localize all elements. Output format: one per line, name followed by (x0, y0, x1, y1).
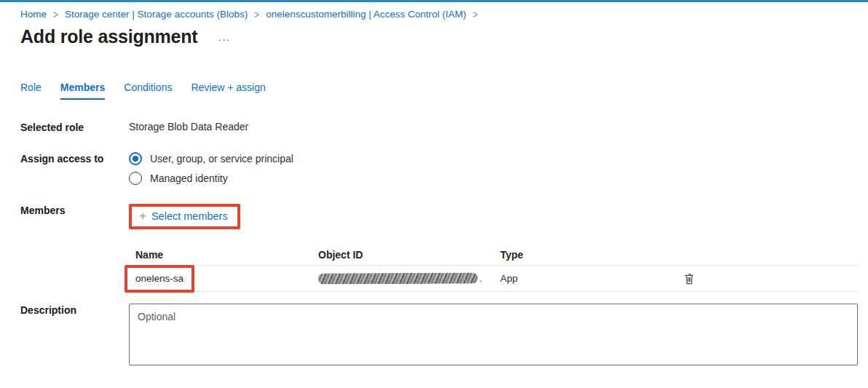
column-header-type: Type (494, 249, 671, 261)
chevron-right-icon: > (53, 8, 58, 21)
assign-access-label: Assign access to (20, 152, 129, 191)
assign-access-row: Assign access to User, group, or service… (20, 152, 858, 191)
chevron-right-icon: > (254, 8, 259, 21)
title-row: Add role assignment ··· (20, 26, 858, 47)
members-table-header: Name Object ID Type (129, 244, 858, 266)
breadcrumb: Home > Storage center | Storage accounts… (20, 9, 858, 20)
members-table: Name Object ID Type onelens-sa . App (129, 244, 858, 292)
select-members-label: Select members (151, 210, 228, 222)
chevron-right-icon: > (473, 8, 478, 21)
member-name-cell: onelens-sa (129, 273, 312, 284)
radio-selected-icon[interactable] (129, 152, 142, 165)
members-row: Members + Select members (20, 204, 858, 229)
description-label: Description (20, 304, 129, 368)
member-object-id-cell: . (312, 273, 494, 284)
column-header-object-id: Object ID (312, 249, 494, 261)
members-label: Members (20, 204, 129, 229)
member-name: onelens-sa (135, 273, 184, 284)
more-options-button[interactable]: ··· (218, 30, 230, 44)
delete-member-button[interactable] (682, 272, 696, 286)
annotation-highlight-box: + Select members (129, 204, 240, 229)
selected-role-label: Selected role (20, 121, 129, 133)
select-members-button[interactable]: + Select members (132, 207, 237, 226)
member-type-cell: App (494, 273, 671, 284)
column-header-name: Name (129, 249, 312, 261)
tab-role[interactable]: Role (20, 82, 42, 100)
tab-members[interactable]: Members (60, 82, 105, 100)
description-row: Description (20, 304, 858, 368)
selected-role-row: Selected role Storage Blob Data Reader (20, 121, 858, 133)
description-input[interactable] (129, 304, 858, 365)
add-role-assignment-page: Home > Storage center | Storage accounts… (0, 0, 868, 368)
member-actions-cell (671, 272, 858, 286)
table-row: onelens-sa . App (129, 266, 858, 292)
radio-option-user-group[interactable]: User, group, or service principal (129, 152, 293, 165)
redacted-object-id (318, 272, 478, 284)
trash-icon (684, 273, 695, 285)
radio-option-label: User, group, or service principal (150, 153, 293, 165)
radio-option-managed-identity[interactable]: Managed identity (129, 172, 293, 185)
object-id-suffix: . (479, 273, 482, 284)
plus-icon: + (139, 210, 146, 222)
wizard-tabs: Role Members Conditions Review + assign (20, 82, 858, 100)
role-assignment-form: Selected role Storage Blob Data Reader A… (20, 121, 858, 368)
breadcrumb-storage-accounts-link[interactable]: Storage center | Storage accounts (Blobs… (65, 9, 248, 20)
page-title: Add role assignment (20, 26, 197, 47)
radio-option-label: Managed identity (150, 173, 228, 184)
radio-unselected-icon[interactable] (129, 172, 142, 185)
breadcrumb-home-link[interactable]: Home (20, 9, 47, 20)
tab-review-assign[interactable]: Review + assign (191, 82, 265, 100)
tab-conditions[interactable]: Conditions (124, 82, 172, 100)
top-accent-bar (0, 0, 868, 2)
breadcrumb-access-control-link[interactable]: onelenscustomerbilling | Access Control … (266, 9, 466, 20)
selected-role-value: Storage Blob Data Reader (129, 121, 248, 133)
